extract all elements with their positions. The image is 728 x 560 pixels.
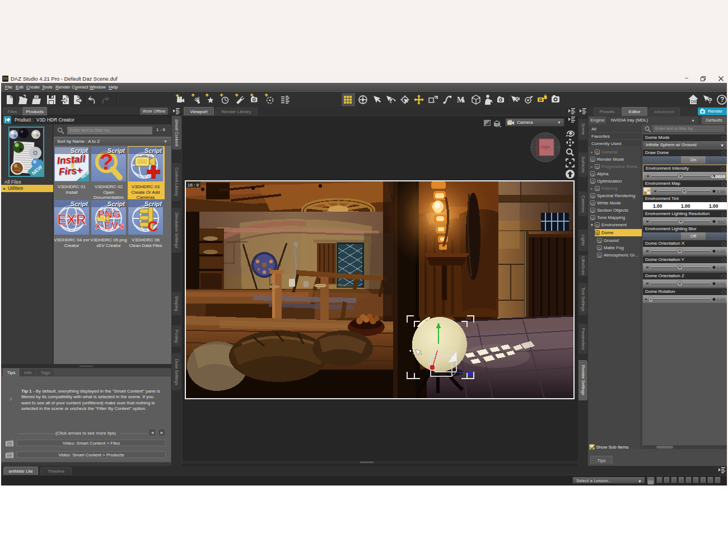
svg-text:512: 512 (718, 220, 726, 225)
svg-text:0.0020: 0.0020 (712, 174, 726, 179)
svg-text:0.00: 0.00 (716, 282, 725, 287)
svg-text:0.00: 0.00 (716, 265, 725, 270)
svg-text:EXR: EXR (57, 212, 86, 227)
svg-text:x EVs: x EVs (95, 220, 124, 231)
svg-text:Right: Right (541, 145, 550, 150)
svg-text:Firs+: Firs+ (58, 165, 83, 178)
svg-text:C: C (148, 218, 158, 235)
svg-text:2.00: 2.00 (716, 189, 725, 194)
svg-text:16 : 9: 16 : 9 (188, 183, 199, 188)
svg-text:?: ? (708, 96, 712, 105)
svg-text:0.00: 0.00 (716, 249, 725, 254)
svg-text:?: ? (720, 96, 724, 104)
svg-text:0.00: 0.00 (716, 297, 725, 302)
svg-text:PNG: PNG (97, 208, 120, 220)
svg-text:DS: DS (691, 100, 697, 104)
